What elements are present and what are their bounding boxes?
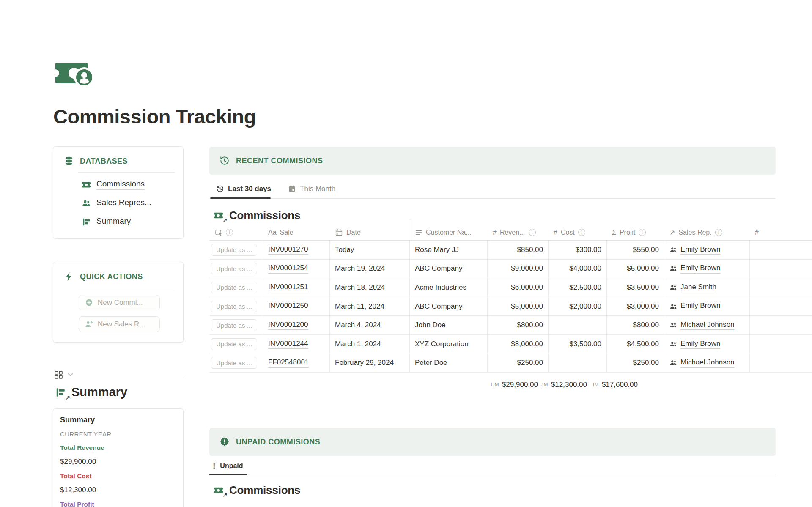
sale-link[interactable]: INV0001244 (268, 340, 308, 349)
sidebar-item-summary[interactable]: Summary (82, 217, 183, 227)
tab-last-30-days[interactable]: Last 30 days (216, 185, 271, 193)
table-row: Update as ...INV0001244March 1, 2024XYZ … (209, 335, 812, 354)
rep-cell[interactable]: Emily Brown (664, 297, 750, 316)
rep-cell[interactable]: Michael Johnson (664, 316, 750, 335)
update-button[interactable]: Update as ... (211, 338, 257, 350)
customer-cell[interactable]: John Doe (410, 316, 488, 335)
rep-cell[interactable]: Jane Smith (664, 278, 750, 297)
profit-cell[interactable]: $4,500.00 (607, 335, 664, 354)
customer-cell[interactable]: ABC Company (410, 297, 488, 316)
column-header-cost[interactable]: #Costi (549, 229, 607, 236)
column-header-button-0[interactable]: i (209, 228, 263, 236)
date-cell[interactable]: March 18, 2024 (330, 278, 410, 297)
table-row: Update as ...INV0001200March 4, 2024John… (209, 316, 812, 335)
column-label: Customer Na... (426, 229, 472, 236)
rep-link[interactable]: Michael Johnson (680, 321, 735, 330)
action-cell: Update as ... (209, 278, 263, 297)
sale-cell[interactable]: INV0001250 (263, 297, 330, 316)
profit-cell[interactable]: $800.00 (607, 316, 664, 335)
rep-link[interactable]: Emily Brown (680, 301, 720, 311)
cost-cell[interactable]: $2,500.00 (549, 278, 607, 297)
profit-cell[interactable]: $550.00 (607, 241, 664, 260)
rep-link[interactable]: Emily Brown (680, 264, 720, 274)
sidebar-item-sales-repres[interactable]: Sales Repres... (82, 198, 183, 208)
date-cell[interactable]: March 1, 2024 (330, 335, 410, 354)
sale-cell[interactable]: INV0001244 (263, 335, 330, 354)
cost-cell[interactable]: $4,000.00 (549, 260, 607, 279)
column-header-customer-na[interactable]: Customer Na... (410, 229, 488, 236)
profit-cell[interactable]: $3,500.00 (607, 278, 664, 297)
revenue-cell[interactable]: $850.00 (488, 241, 549, 260)
update-button[interactable]: Update as ... (211, 319, 257, 331)
revenue-cell[interactable]: $250.00 (488, 354, 549, 373)
profit-cell[interactable]: $3,000.00 (607, 297, 664, 316)
column-header-reven[interactable]: #Reven...i (488, 229, 549, 236)
new-commi-button[interactable]: New Commi... (79, 295, 160, 310)
sale-cell[interactable]: INV0001200 (263, 316, 330, 335)
column-header-sales-rep[interactable]: ↗Sales Rep.i (664, 228, 750, 236)
cost-cell[interactable]: $300.00 (549, 241, 607, 260)
sale-link[interactable]: INV0001250 (268, 301, 308, 311)
date-cell[interactable]: March 11, 2024 (330, 297, 410, 316)
cost-cell[interactable]: $2,000.00 (549, 297, 607, 316)
divider (53, 378, 184, 378)
cost-cell[interactable] (549, 354, 607, 373)
revenue-cell[interactable]: $800.00 (488, 316, 549, 335)
info-icon[interactable]: i (639, 229, 646, 236)
info-icon[interactable]: i (529, 229, 536, 236)
customer-cell[interactable]: Peter Doe (410, 354, 488, 373)
chevron-down-icon[interactable] (68, 373, 73, 377)
update-button[interactable]: Update as ... (211, 263, 257, 274)
update-button[interactable]: Update as ... (211, 301, 257, 312)
rep-cell[interactable]: Emily Brown (664, 260, 750, 279)
customer-cell[interactable]: Rose Mary JJ (410, 241, 488, 260)
sidebar-item-commissions[interactable]: Commissions (82, 179, 183, 190)
revenue-cell[interactable]: $6,000.00 (488, 278, 549, 297)
customer-cell[interactable]: Acme Industries (410, 278, 488, 297)
sale-cell[interactable]: FF02548001 (263, 354, 330, 373)
customer-cell[interactable]: XYZ Corporation (410, 335, 488, 354)
rep-link[interactable]: Jane Smith (680, 283, 716, 293)
metric-label-total-profit: Total Profit (60, 501, 183, 507)
sale-link[interactable]: INV0001270 (268, 245, 308, 255)
column-header-sale[interactable]: AaSale (263, 229, 330, 236)
rep-link[interactable]: Emily Brown (680, 340, 720, 349)
tab-unpaid[interactable]: ! Unpaid (213, 461, 243, 471)
sale-cell[interactable]: INV0001251 (263, 278, 330, 297)
revenue-cell[interactable]: $9,000.00 (488, 260, 549, 279)
revenue-cell[interactable]: $5,000.00 (488, 297, 549, 316)
info-icon[interactable]: i (578, 229, 585, 236)
sale-cell[interactable]: INV0001270 (263, 241, 330, 260)
profit-cell[interactable]: $250.00 (607, 354, 664, 373)
customer-cell[interactable]: ABC Company (410, 260, 488, 279)
info-icon[interactable]: i (715, 229, 722, 236)
sale-link[interactable]: INV0001251 (268, 283, 308, 293)
revenue-cell[interactable]: $8,000.00 (488, 335, 549, 354)
sale-cell[interactable]: INV0001254 (263, 260, 330, 279)
update-button[interactable]: Update as ... (211, 282, 257, 293)
tab-this-month[interactable]: This Month (288, 185, 335, 193)
sale-link[interactable]: INV0001200 (268, 321, 308, 330)
new-sales-r-button[interactable]: New Sales R... (79, 316, 160, 332)
rep-cell[interactable]: Michael Johnson (664, 354, 750, 373)
rep-cell[interactable]: Emily Brown (664, 335, 750, 354)
rep-link[interactable]: Michael Johnson (680, 358, 735, 368)
sale-link[interactable]: FF02548001 (268, 358, 309, 368)
date-cell[interactable]: March 19, 2024 (330, 260, 410, 279)
update-button[interactable]: Update as ... (211, 357, 257, 369)
cost-cell[interactable]: $3,500.00 (549, 335, 607, 354)
date-cell[interactable]: February 29, 2024 (330, 354, 410, 373)
info-icon[interactable]: i (226, 229, 233, 236)
empty-cell (750, 354, 812, 373)
date-cell[interactable]: March 4, 2024 (330, 316, 410, 335)
column-header-date[interactable]: Date (330, 228, 410, 236)
profit-cell[interactable]: $5,000.00 (607, 260, 664, 279)
column-header-number-8[interactable]: # (750, 229, 812, 236)
cost-cell[interactable] (549, 316, 607, 335)
column-header-profit[interactable]: ΣProfiti (607, 229, 664, 236)
rep-link[interactable]: Emily Brown (680, 245, 720, 255)
date-cell[interactable]: Today (330, 241, 410, 260)
rep-cell[interactable]: Emily Brown (664, 241, 750, 260)
sale-link[interactable]: INV0001254 (268, 264, 308, 274)
update-button[interactable]: Update as ... (211, 244, 257, 256)
